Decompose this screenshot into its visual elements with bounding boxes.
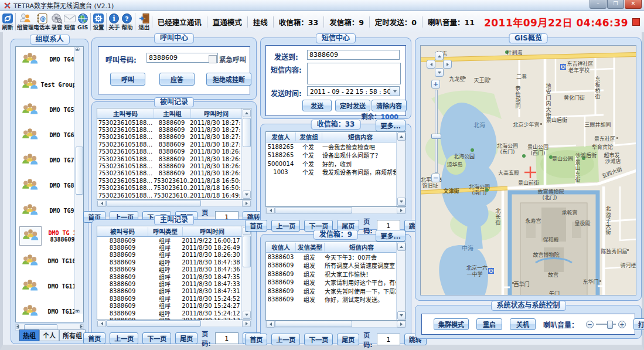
- scheduled-send-button[interactable]: 定时发送: [335, 100, 370, 111]
- pan-right-button[interactable]: [443, 60, 452, 69]
- prev-page-button[interactable]: 上一页: [110, 332, 138, 344]
- send-button[interactable]: 发送: [302, 100, 332, 111]
- exit-button[interactable]: 退出: [137, 11, 152, 32]
- table-row[interactable]: 7530236105188…83886092011/8/30 18:27:50: [97, 126, 242, 133]
- volume-down-button[interactable]: −: [586, 321, 594, 328]
- tab-hot-groups[interactable]: 热组: [19, 329, 39, 341]
- contact-group-item[interactable]: DMO TG12: [16, 299, 83, 322]
- last-page-button[interactable]: 尾页: [175, 332, 197, 344]
- vertical-scrollbar[interactable]: [74, 47, 83, 314]
- zoom-slider-handle[interactable]: [431, 134, 441, 139]
- column-header[interactable]: 主叫组: [154, 109, 191, 118]
- table-row[interactable]: 7530236105188…83886092011/8/30 18:27:04: [97, 141, 242, 148]
- page-number-input[interactable]: [377, 334, 400, 345]
- outbox-more-button[interactable]: 更多...: [376, 230, 406, 242]
- contact-group-item[interactable]: DMO TG 18388609: [16, 223, 83, 249]
- table-row[interactable]: 7530236105188…83886092011/8/30 18:26:54: [97, 155, 242, 162]
- volume-up-button[interactable]: +: [618, 321, 626, 328]
- volume-slider-track[interactable]: [596, 324, 616, 325]
- column-header[interactable]: 发信类型: [296, 243, 325, 252]
- sms-content-textarea[interactable]: [307, 63, 401, 84]
- open-message-center-button[interactable]: 打开消息中心: [633, 318, 644, 330]
- column-header[interactable]: 呼叫时间: [191, 109, 242, 118]
- column-header[interactable]: 收信人: [266, 243, 296, 252]
- call-button[interactable]: 呼叫: [110, 73, 145, 86]
- column-header[interactable]: 短信内容: [325, 243, 397, 252]
- group-management-button[interactable]: 组管理: [17, 11, 34, 32]
- first-page-button[interactable]: 首页: [83, 332, 105, 344]
- zoom-slider-track[interactable]: [435, 90, 438, 173]
- tab-individual[interactable]: 个人: [39, 329, 59, 341]
- contact-group-item[interactable]: DMO TG4: [16, 47, 83, 72]
- pan-up-button[interactable]: [435, 52, 444, 60]
- contact-group-item[interactable]: DMO TG10: [16, 249, 83, 274]
- column-header[interactable]: 发信组: [296, 132, 322, 141]
- zoom-out-button[interactable]: −: [431, 174, 440, 182]
- refresh-button[interactable]: 刷新: [1, 11, 14, 32]
- contact-group-item[interactable]: DMO TG9: [16, 198, 83, 223]
- table-row[interactable]: 8388603组发今天下午3：00开会: [266, 253, 397, 261]
- restart-button[interactable]: 重启: [476, 318, 502, 330]
- page-number-input[interactable]: [215, 332, 238, 344]
- call-number-input[interactable]: [146, 53, 218, 63]
- settings-button[interactable]: 设置: [92, 11, 105, 32]
- table-row[interactable]: 5000014个发好的，收到: [266, 159, 397, 168]
- table-row[interactable]: 8388609组发大家先暂时使用一下，下周准备…: [266, 287, 397, 295]
- about-button[interactable]: i 关于: [108, 11, 121, 32]
- shutdown-button[interactable]: 关机: [510, 318, 536, 330]
- table-row[interactable]: 5188265个发一会我去检查检查吧: [266, 142, 397, 151]
- help-button[interactable]: ? 帮助: [121, 11, 134, 32]
- minimize-button[interactable]: –: [590, 0, 606, 9]
- table-row[interactable]: 7530236105188…83886092011/8/30 18:26:59: [97, 148, 242, 155]
- table-row[interactable]: 7530236105188…753023610…2011/8/18 16:50:…: [97, 185, 242, 192]
- table-row[interactable]: 7530236105188…83886092011/8/30 18:26:37: [97, 170, 242, 177]
- volume-slider-handle[interactable]: [607, 321, 613, 329]
- zoom-in-button[interactable]: +: [431, 80, 440, 89]
- column-header[interactable]: 主叫号码: [97, 109, 154, 118]
- first-page-button[interactable]: 首页: [245, 334, 267, 345]
- first-page-button[interactable]: 首页: [245, 220, 267, 232]
- tab-all-groups[interactable]: 所有组: [59, 329, 86, 341]
- prev-page-button[interactable]: 上一页: [271, 220, 300, 232]
- maximize-button[interactable]: ❐: [607, 0, 624, 9]
- table-row[interactable]: 8388609组发祝大家工作愉快！: [266, 270, 397, 278]
- clear-content-button[interactable]: 清除内容: [372, 100, 407, 111]
- reject-hangup-button[interactable]: 拒绝或挂断: [206, 73, 251, 86]
- vertical-scrollbar[interactable]: [396, 132, 406, 206]
- next-page-button[interactable]: 下一页: [304, 334, 333, 345]
- pan-down-button[interactable]: [435, 68, 444, 77]
- contact-group-item[interactable]: DMO TG8: [16, 173, 83, 198]
- horizontal-scrollbar[interactable]: [97, 320, 251, 327]
- contact-group-item[interactable]: DMO TG5: [16, 97, 83, 123]
- emergency-call-checkbox[interactable]: [209, 55, 217, 63]
- contact-group-item[interactable]: DMO TG11: [16, 274, 83, 299]
- vertical-scrollbar[interactable]: [241, 226, 251, 320]
- column-header[interactable]: 被叫号码: [97, 227, 148, 236]
- sms-time-field[interactable]: 2011 - 09 - 22 15 : 58 : 50: [307, 86, 400, 96]
- prev-page-button[interactable]: 上一页: [271, 334, 300, 345]
- inbox-more-button[interactable]: 更多...: [376, 120, 406, 131]
- vertical-scrollbar[interactable]: [396, 242, 406, 320]
- close-button[interactable]: ✕: [625, 0, 642, 9]
- table-row[interactable]: 5188265个发设备出现什么问题了？: [266, 151, 397, 160]
- column-header[interactable]: 短信内容: [322, 132, 397, 141]
- recording-button[interactable]: 录音: [50, 11, 63, 32]
- contact-group-item[interactable]: Test Group 2: [16, 72, 83, 97]
- sms-button[interactable]: 短信: [63, 11, 76, 32]
- table-row[interactable]: 1003个发我发现设备有问题，麻烦帮我拍…: [266, 168, 397, 177]
- table-row[interactable]: 7530236105188…753023610…2011/8/18 16:50:…: [97, 177, 242, 184]
- sms-to-input[interactable]: [307, 50, 400, 60]
- table-row[interactable]: 7530236105188…83886092011/8/30 18:26:44: [97, 162, 242, 169]
- table-row[interactable]: 8388609组发大家请利用好这个平台，有什么…: [266, 278, 397, 287]
- contact-group-item[interactable]: DMO TG6: [16, 123, 83, 148]
- table-row[interactable]: 7530236105188…753023610…2011/8/18 16:49:…: [97, 192, 242, 199]
- answer-button[interactable]: 应答: [159, 73, 195, 86]
- column-header[interactable]: 呼叫类型: [148, 227, 183, 236]
- table-row[interactable]: 7530236105188…83886092011/8/30 18:27:55: [97, 119, 242, 126]
- pan-left-button[interactable]: [427, 60, 435, 69]
- horizontal-scrollbar[interactable]: [97, 200, 251, 207]
- phonebook-button[interactable]: @ 电话本: [33, 11, 50, 32]
- gis-map[interactable]: + − 饭店什刹海东吉祥社区老年学校文二巷恭俭胡同地安门内大街黄化门街东板桥街九…: [420, 45, 636, 295]
- time-dropdown-button[interactable]: [390, 87, 399, 96]
- horizontal-scrollbar[interactable]: [265, 321, 406, 328]
